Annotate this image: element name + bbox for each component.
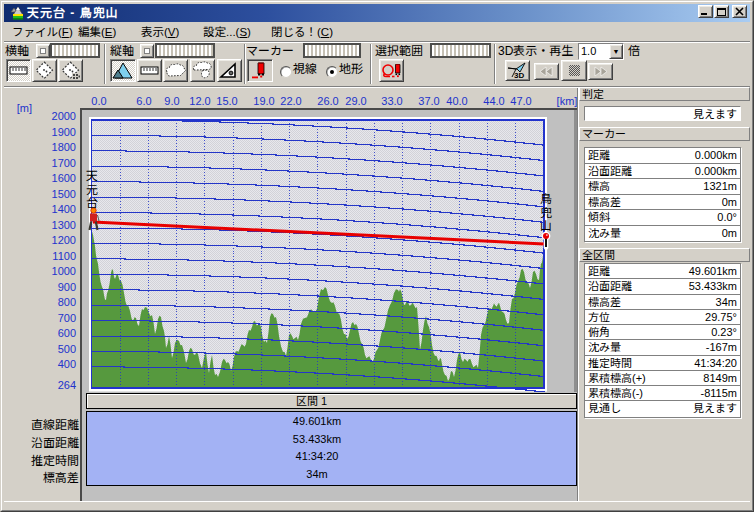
svg-text:3D: 3D [514,71,524,80]
